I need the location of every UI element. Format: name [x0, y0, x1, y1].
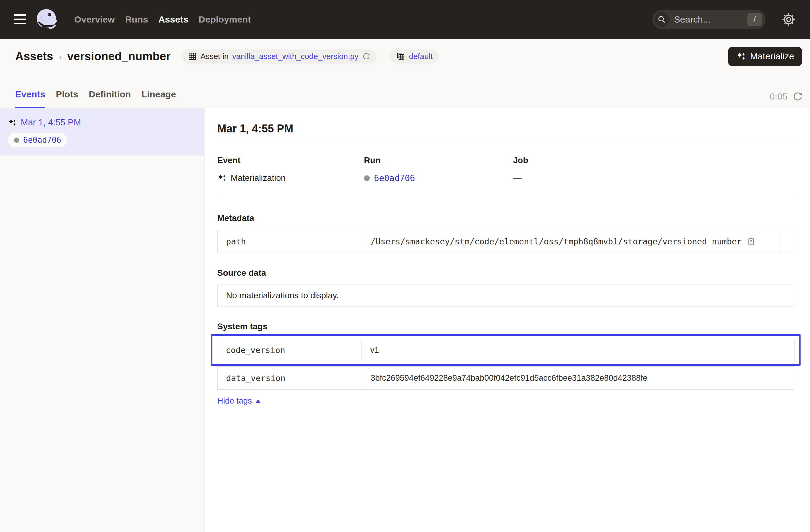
breadcrumb-assets-link[interactable]: Assets — [15, 50, 53, 63]
job-column-label: Job — [513, 156, 794, 165]
tab-bar: Events Plots Definition Lineage 0:05 — [0, 74, 810, 108]
tag-key: data_version — [217, 367, 362, 389]
tag-key: code_version — [217, 339, 362, 361]
event-timestamp-link[interactable]: Mar 1, 4:55 PM — [21, 117, 81, 128]
nav-item-assets[interactable]: Assets — [158, 14, 188, 25]
menu-icon[interactable] — [14, 14, 26, 25]
tag-value: 3bfc269594ef649228e9a74bab00f042efc91d5a… — [371, 373, 648, 383]
page-title: versioned_number — [67, 50, 171, 63]
copy-icon[interactable] — [746, 237, 756, 246]
hide-tags-label: Hide tags — [217, 396, 252, 406]
run-status-dot — [14, 138, 19, 143]
event-detail-panel: Mar 1, 4:55 PM Event Materialization Run — [205, 108, 810, 532]
chevron-up-icon — [256, 400, 260, 403]
source-data-heading: Source data — [217, 268, 794, 278]
page-header: Assets › versioned_number Asset in vanil… — [0, 39, 810, 74]
nav-item-runs[interactable]: Runs — [125, 14, 148, 25]
job-value: — — [513, 173, 521, 183]
tag-value: v1 — [370, 345, 379, 355]
table-row-path: path /Users/smackesey/stm/code/elementl/… — [217, 230, 794, 253]
metadata-key: path — [217, 230, 362, 253]
nav-item-overview[interactable]: Overview — [74, 14, 115, 25]
workspace-grid-icon — [396, 52, 405, 61]
divider — [217, 143, 794, 143]
metadata-actions-cell — [780, 230, 794, 253]
source-data-empty-state: No materializations to display. — [217, 285, 794, 306]
settings-gear-icon[interactable] — [781, 12, 796, 27]
path-value-link[interactable]: /Users/smackesey/stm/code/elementl/oss/t… — [371, 237, 742, 246]
hide-tags-link[interactable]: Hide tags — [217, 396, 260, 406]
metadata-table: path /Users/smackesey/stm/code/elementl/… — [217, 230, 794, 253]
system-tags-heading: System tags — [217, 322, 794, 332]
materialize-label: Materialize — [750, 51, 794, 62]
refresh-countdown: 0:05 — [770, 91, 788, 102]
divider — [217, 198, 794, 198]
run-id-link[interactable]: 6e0ad706 — [374, 173, 415, 183]
dagster-logo-icon[interactable] — [35, 7, 59, 31]
table-row-data-version: data_version 3bfc269594ef649228e9a74bab0… — [217, 367, 794, 390]
primary-nav: Overview Runs Assets Deployment — [74, 14, 251, 25]
run-column-label: Run — [364, 156, 513, 165]
search-icon — [654, 12, 669, 27]
empty-message: No materializations to display. — [226, 291, 339, 301]
table-row-code-version: code_version v1 — [217, 339, 794, 361]
asset-in-label: Asset in — [200, 52, 229, 61]
sparkle-icon — [736, 51, 746, 61]
breadcrumb-separator: › — [59, 52, 62, 62]
event-detail-title: Mar 1, 4:55 PM — [217, 122, 794, 135]
tab-definition[interactable]: Definition — [89, 89, 131, 108]
tab-plots[interactable]: Plots — [56, 89, 78, 108]
event-column-label: Event — [217, 156, 364, 165]
materialize-button[interactable]: Materialize — [728, 47, 802, 66]
repo-default-link[interactable]: default — [409, 52, 433, 61]
tab-events[interactable]: Events — [15, 89, 45, 108]
materialization-sparkle-icon — [8, 118, 16, 127]
run-id-pill[interactable]: 6e0ad706 — [8, 133, 67, 147]
search-shortcut-badge: / — [747, 13, 762, 26]
event-type-value: Materialization — [231, 173, 286, 183]
materialization-sparkle-icon — [217, 174, 226, 182]
refresh-icon[interactable] — [792, 91, 803, 102]
reload-icon[interactable] — [362, 52, 371, 61]
breadcrumb: Assets › versioned_number — [15, 50, 171, 63]
highlighted-row-focus-ring: code_version v1 — [211, 334, 800, 366]
event-summary-columns: Event Materialization Run 6e0ad706 — [217, 156, 794, 183]
asset-file-link[interactable]: vanilla_asset_with_code_version.py — [232, 52, 358, 61]
run-status-dot — [364, 175, 370, 181]
asset-definition-badge[interactable]: Asset in vanilla_asset_with_code_version… — [182, 49, 377, 64]
tab-lineage[interactable]: Lineage — [142, 89, 176, 108]
refresh-timer: 0:05 — [770, 91, 803, 102]
search-input[interactable] — [674, 14, 743, 25]
metadata-heading: Metadata — [217, 213, 794, 223]
repo-default-badge[interactable]: default — [390, 49, 439, 64]
event-list-item-selected[interactable]: Mar 1, 4:55 PM 6e0ad706 — [0, 108, 204, 156]
top-nav: Overview Runs Assets Deployment / — [0, 0, 810, 39]
grid-icon — [188, 52, 197, 61]
search-input-container[interactable]: / — [652, 10, 765, 29]
run-id-label: 6e0ad706 — [23, 135, 61, 145]
event-list-sidebar: Mar 1, 4:55 PM 6e0ad706 — [0, 108, 205, 532]
nav-item-deployment[interactable]: Deployment — [199, 14, 251, 25]
